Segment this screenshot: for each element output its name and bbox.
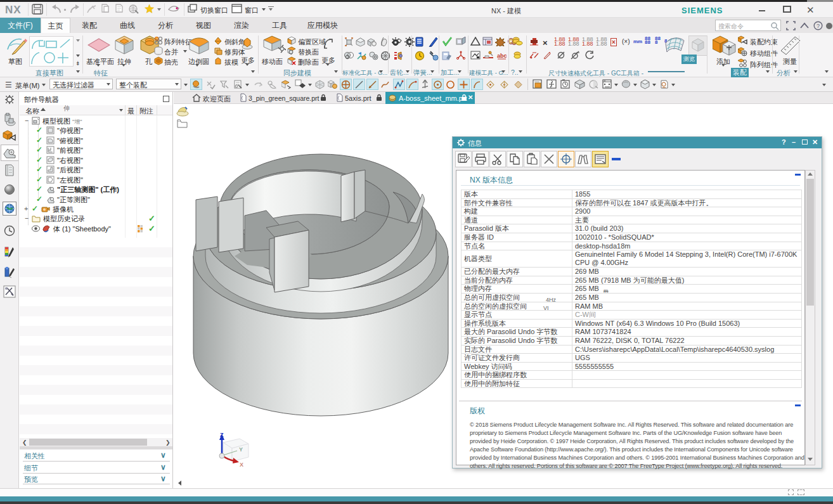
- svg-text:?: ?: [817, 23, 820, 29]
- svg-text:Z: Z: [220, 432, 224, 438]
- svg-text:Y: Y: [239, 446, 243, 453]
- svg-text:abc: abc: [497, 53, 507, 59]
- svg-text:X: X: [240, 462, 243, 468]
